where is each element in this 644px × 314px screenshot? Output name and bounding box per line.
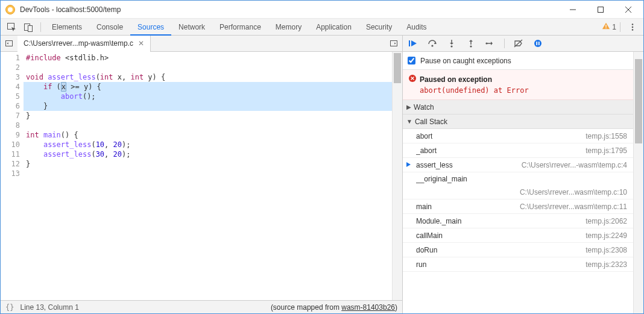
file-tab[interactable]: C:\Users\rrever...mp-wasm\temp.c ✕ (17, 36, 151, 52)
maximize-button[interactable] (587, 1, 614, 19)
navigator-toggle-icon[interactable] (1, 36, 17, 51)
step-out-icon[interactable] (464, 37, 478, 49)
minimize-button[interactable] (559, 1, 587, 19)
panel-tab-network[interactable]: Network (171, 19, 212, 36)
separator (40, 22, 41, 32)
sources-subbar: C:\Users\rrever...mp-wasm\temp.c ✕ (1, 36, 643, 52)
warnings-count: 1 (612, 23, 616, 31)
code-line[interactable] (24, 63, 392, 72)
device-toolbar-icon[interactable] (20, 19, 37, 35)
chevron-right-icon: ▶ (406, 104, 411, 110)
frame-function: run (416, 260, 426, 269)
code-line[interactable]: } (24, 101, 392, 111)
inspect-element-icon[interactable] (3, 19, 20, 35)
warnings-badge[interactable]: 1 (602, 22, 616, 32)
chevron-down-icon: ▼ (406, 118, 412, 125)
pause-on-caught-checkbox[interactable] (408, 57, 415, 64)
frame-location[interactable]: temp.js:2062 (586, 217, 627, 225)
deactivate-breakpoints-icon[interactable] (512, 37, 525, 49)
debugger-scrollbar[interactable] (633, 52, 643, 313)
frame-function: abort (416, 132, 432, 140)
file-tab-path: C:\Users\rrever...mp-wasm\temp.c (24, 39, 133, 48)
callstack-section-header[interactable]: ▼ Call Stack (403, 115, 633, 129)
watch-label: Watch (414, 103, 434, 111)
code-line[interactable]: } (24, 159, 392, 169)
svg-rect-18 (538, 42, 540, 45)
more-tabs-icon[interactable] (385, 36, 402, 51)
frame-function: doRun (416, 246, 437, 254)
svg-rect-11 (409, 40, 410, 46)
svg-point-14 (470, 45, 472, 47)
panel-tab-console[interactable]: Console (89, 19, 130, 36)
callstack-frame[interactable]: runtemp.js:2323 (403, 257, 633, 272)
code-line[interactable] (24, 169, 392, 178)
code-line[interactable]: abort(); (24, 92, 392, 101)
panel-tab-performance[interactable]: Performance (212, 19, 268, 36)
paused-exception-banner: Paused on exception abort(undefined) at … (403, 70, 633, 100)
code-line[interactable]: if (x >= y) { (24, 82, 392, 92)
panel-tab-audits[interactable]: Audits (399, 19, 434, 36)
source-map-link[interactable]: wasm-81403b26 (341, 303, 395, 312)
close-icon[interactable]: ✕ (138, 39, 144, 48)
frame-function: _abort (416, 146, 437, 155)
frame-location[interactable]: temp.js:2249 (586, 231, 627, 240)
code-line[interactable]: assert_less(10, 20); (24, 140, 392, 149)
callstack-frame[interactable]: aborttemp.js:1558 (403, 129, 633, 143)
callstack-frame[interactable]: __original_mainC:\Users\rrever...wasm\te… (403, 172, 633, 199)
frame-location[interactable]: C:\Users\rrever...wasm\temp.c:11 (520, 203, 627, 211)
close-button[interactable] (614, 1, 642, 19)
step-over-icon[interactable] (426, 37, 439, 49)
code-area[interactable]: #include <stdlib.h> void assert_less(int… (24, 52, 392, 300)
callstack-frame[interactable]: assert_lessC:\Users\rrever...-wasm\temp.… (403, 158, 633, 172)
panel-tab-application[interactable]: Application (309, 19, 359, 36)
callstack-frame[interactable]: _aborttemp.js:1795 (403, 143, 633, 158)
svg-point-16 (534, 40, 541, 47)
panel-tab-elements[interactable]: Elements (45, 19, 89, 36)
svg-rect-0 (598, 7, 604, 12)
debugger-toolbar (403, 36, 643, 51)
pretty-print-icon[interactable]: {} (5, 303, 14, 312)
cursor-position: Line 13, Column 1 (20, 303, 78, 312)
code-line[interactable]: void assert_less(int x, int y) { (24, 72, 392, 82)
source-map-info: (source mapped from wasm-81403b26) (271, 303, 397, 312)
callstack-frame[interactable]: mainC:\Users\rrever...wasm\temp.c:11 (403, 199, 633, 214)
callstack-frame[interactable]: callMaintemp.js:2249 (403, 228, 633, 243)
devtools-window: DevTools - localhost:5000/temp ElementsC… (0, 0, 644, 314)
frame-location[interactable]: temp.js:1795 (586, 146, 627, 155)
editor-statusbar: {} Line 13, Column 1 (source mapped from… (1, 300, 402, 313)
panel-tab-sources[interactable]: Sources (130, 19, 171, 36)
code-editor[interactable]: 12345678910111213 #include <stdlib.h> vo… (1, 52, 402, 300)
panel-tab-memory[interactable]: Memory (268, 19, 309, 36)
frame-function: main (416, 203, 432, 211)
frame-location[interactable]: C:\Users\rrever...wasm\temp.c:10 (416, 188, 627, 196)
error-icon (409, 75, 416, 84)
devtools-icon (5, 5, 15, 14)
code-line[interactable]: } (24, 111, 392, 121)
editor-scrollbar[interactable] (392, 52, 402, 300)
frame-location[interactable]: temp.js:1558 (586, 132, 627, 140)
pause-on-caught-row[interactable]: Pause on caught exceptions (403, 52, 633, 70)
kebab-menu-icon[interactable] (624, 19, 641, 35)
svg-rect-3 (28, 25, 33, 31)
callstack-frame[interactable]: Module._maintemp.js:2062 (403, 214, 633, 228)
callstack-list: aborttemp.js:1558_aborttemp.js:1795asser… (403, 129, 633, 272)
svg-point-8 (632, 29, 634, 31)
frame-location[interactable]: temp.js:2323 (586, 260, 627, 269)
callstack-frame[interactable]: doRuntemp.js:2308 (403, 243, 633, 257)
frame-location[interactable]: C:\Users\rrever...-wasm\temp.c:4 (522, 161, 627, 169)
pause-on-caught-label: Pause on caught exceptions (420, 57, 511, 65)
step-into-icon[interactable] (445, 37, 458, 49)
code-line[interactable] (24, 121, 392, 130)
separator (620, 22, 620, 32)
watch-section-header[interactable]: ▶ Watch (403, 100, 633, 115)
pause-on-exceptions-icon[interactable] (531, 37, 545, 49)
code-line[interactable]: #include <stdlib.h> (24, 53, 392, 63)
svg-rect-5 (606, 28, 607, 28)
step-icon[interactable] (484, 37, 497, 49)
svg-rect-4 (606, 25, 607, 27)
panel-tab-security[interactable]: Security (359, 19, 399, 36)
resume-icon[interactable] (406, 37, 420, 49)
code-line[interactable]: assert_less(30, 20); (24, 149, 392, 159)
code-line[interactable]: int main() { (24, 130, 392, 140)
frame-location[interactable]: temp.js:2308 (586, 246, 627, 254)
